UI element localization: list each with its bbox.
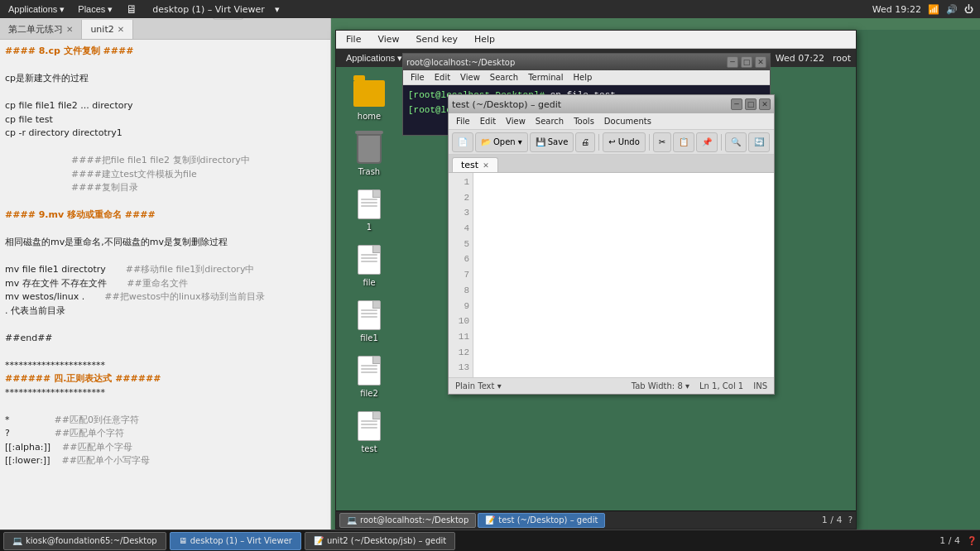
gedit-tab-test[interactable]: test ✕	[452, 157, 498, 172]
guest-taskbar-right: 1 / 4 ?	[822, 515, 853, 525]
guest-topbar-right: 🔊 Wed 07:22 root	[759, 53, 851, 64]
main-task-gedit[interactable]: 📝 unit2 (~/Desktop/jsb) – gedit	[305, 532, 455, 550]
gedit-task2-icon: 📝	[314, 536, 324, 545]
icon-file-1[interactable]: 1	[340, 184, 398, 235]
undo-icon: ↩	[608, 137, 615, 146]
gedit-tab-close[interactable]: ✕	[483, 161, 489, 170]
cut-btn[interactable]: ✂	[653, 132, 671, 152]
open-btn[interactable]: 📂 Open ▾	[475, 132, 528, 152]
print-icon: 🖨	[581, 137, 589, 146]
virt-menu-view[interactable]: View	[371, 32, 406, 46]
places-menu[interactable]: Places ▾	[73, 0, 118, 18]
terminal-task-icon: 💻	[347, 515, 357, 525]
term-close[interactable]: ✕	[755, 56, 766, 68]
gedit-statusbar-right: Tab Width: 8 ▾ Ln 1, Col 1 INS	[632, 381, 767, 390]
gedit-maximize[interactable]: □	[745, 98, 757, 110]
guest-taskbar: 💻 root@localhost:~/Desktop 📝 test (~/Des…	[336, 510, 856, 529]
guest-taskbar-left: 💻 root@localhost:~/Desktop 📝 test (~/Des…	[339, 513, 605, 528]
new-icon: 📄	[458, 137, 468, 146]
content-line-10: ####复制目录	[5, 181, 325, 195]
gedit-menu-view[interactable]: View	[501, 116, 531, 127]
kiosk-icon: 💻	[12, 536, 22, 545]
volume-icon: 🔊	[946, 4, 958, 15]
gedit-line-numbers: 12345 678910 111213	[449, 173, 473, 377]
searchreplace-btn[interactable]: 🔄	[748, 132, 770, 152]
icon-home[interactable]: home	[340, 74, 398, 124]
guest-task-gedit[interactable]: 📝 test (~/Desktop) – gedit	[478, 513, 605, 528]
term-menu-help[interactable]: Help	[568, 72, 597, 83]
gedit-menu-file[interactable]: File	[451, 116, 475, 127]
tab-close-1[interactable]: ✕	[66, 25, 73, 34]
term-menu-terminal[interactable]: Terminal	[523, 72, 568, 83]
terminal-menubar: File Edit View Search Terminal Help	[403, 70, 770, 85]
main-task-virt[interactable]: 🖥 desktop (1) – Virt Viewer	[170, 532, 301, 550]
guest-task-terminal[interactable]: 💻 root@localhost:~/Desktop	[339, 513, 476, 528]
content-mv3: mv westos/linux . ##把westos中的linux移动到当前目…	[5, 290, 325, 304]
virt-menu-help[interactable]: Help	[468, 32, 502, 46]
term-menu-edit[interactable]: Edit	[430, 72, 455, 83]
content-mv1: mv file file1 directotry ##移动file file1到…	[5, 263, 325, 277]
term-menu-view[interactable]: View	[455, 72, 485, 83]
left-content: #### 8.cp 文件复制 #### cp是新建文件的过程 cp file f…	[0, 40, 330, 531]
gedit-text-area[interactable]	[473, 173, 774, 377]
content-line-1	[5, 59, 325, 73]
guest-time: Wed 07:22	[776, 53, 824, 64]
term-menu-file[interactable]: File	[406, 72, 430, 83]
content-line-11	[5, 195, 325, 209]
print-btn[interactable]: 🖨	[575, 132, 595, 152]
term-menu-search[interactable]: Search	[485, 72, 523, 83]
filetype-indicator[interactable]: Plain Text ▾	[455, 381, 502, 390]
apps-label: Applications	[8, 4, 57, 14]
gedit-menu-edit[interactable]: Edit	[475, 116, 501, 127]
content-stars3: **********************	[5, 386, 325, 400]
gedit-title: test (~/Desktop) – gedit	[452, 99, 561, 110]
content-stars2: **********************	[5, 359, 325, 373]
content-regex4: [[:lower:]] ##匹配单个小写字母	[5, 454, 325, 468]
open-arrow: ▾	[518, 137, 522, 146]
virt-menu-file[interactable]: File	[339, 32, 368, 46]
gedit-menu-search[interactable]: Search	[531, 116, 569, 127]
tab-unit1[interactable]: 第二单元练习 ✕	[0, 20, 82, 39]
new-file-btn[interactable]: 📄	[452, 132, 473, 152]
top-bar: Applications ▾ Places ▾ 🖥 desktop (1) – …	[0, 0, 980, 18]
gedit-tab-width[interactable]: Tab Width: 8 ▾	[632, 381, 689, 390]
gedit-menu-docs[interactable]: Documents	[599, 116, 656, 127]
guest-apps-btn[interactable]: Applications ▾	[341, 49, 407, 67]
toolbar-sep3	[721, 134, 722, 151]
icon-test[interactable]: test	[340, 406, 398, 457]
undo-btn[interactable]: ↩ Undo	[603, 132, 646, 152]
apps-menu[interactable]: Applications ▾	[3, 0, 70, 18]
gedit-tabs: test ✕	[449, 155, 774, 173]
search-btn[interactable]: 🔍	[725, 132, 747, 152]
tab-unit2[interactable]: unit2 ✕	[82, 20, 133, 39]
icon-file1[interactable]: file1	[340, 295, 398, 346]
content-regex1: * ##匹配0到任意字符	[5, 414, 325, 428]
gedit-minimize[interactable]: ─	[731, 98, 742, 110]
virt-window-title: desktop (1) – Virt Viewer	[146, 4, 271, 15]
places-arrow: ▾	[108, 4, 113, 15]
icon-file2[interactable]: file2	[340, 351, 398, 401]
desktop-icon[interactable]: 🖥	[121, 0, 142, 18]
save-file-btn[interactable]: 💾 Save	[530, 132, 574, 152]
content-line-8: ####把file file1 file2 复制到directory中	[5, 154, 325, 168]
power-icon[interactable]: ⏻	[964, 4, 973, 15]
icon-file[interactable]: file	[340, 240, 398, 290]
term-minimize[interactable]: ─	[727, 56, 738, 68]
left-panel: ~/Desktop/jsb Save ≡ ─ □ ✕ 第二单元练习 ✕ unit…	[0, 0, 331, 551]
places-label: Places	[78, 4, 105, 14]
copy-btn[interactable]: 📋	[673, 132, 694, 152]
help-icon[interactable]: ?	[848, 515, 853, 525]
gedit-body: 12345 678910 111213	[449, 173, 774, 377]
tab-close-2[interactable]: ✕	[118, 25, 124, 34]
content-line-6: cp -r directory directotry1	[5, 127, 325, 141]
gedit-menu-tools[interactable]: Tools	[569, 116, 599, 127]
icon-trash[interactable]: Trash	[340, 129, 398, 180]
gedit-close[interactable]: ✕	[759, 98, 771, 110]
main-task-kiosk[interactable]: 💻 kiosk@foundation65:~/Desktop	[3, 532, 166, 550]
virt-menu-sendkey[interactable]: Send key	[410, 32, 464, 46]
paste-btn[interactable]: 📌	[696, 132, 718, 152]
main-help-icon[interactable]: ❓	[967, 536, 977, 545]
term-maximize[interactable]: □	[741, 56, 752, 68]
toolbar-sep2	[649, 134, 650, 151]
content-line-13	[5, 223, 325, 237]
